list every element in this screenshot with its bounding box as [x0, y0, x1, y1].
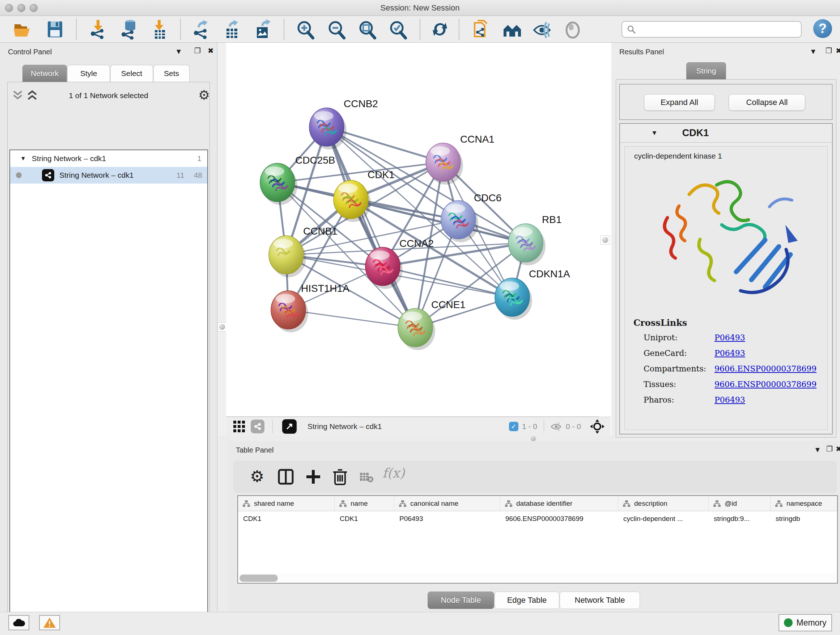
memory-button[interactable]: Memory [778, 614, 832, 631]
table-cell[interactable]: stringdb:9... [709, 511, 771, 526]
import-network-database-icon[interactable] [119, 19, 140, 40]
results-panel: Results Panel ▼ ❐ ✖ String Expand All Co… [611, 43, 840, 441]
network-edge[interactable] [327, 127, 415, 328]
gene-section: ▼ CDK1 cyclin-dependent kinase 1 [619, 123, 833, 434]
column-header[interactable]: description [618, 496, 709, 511]
column-header[interactable]: canonical name [394, 496, 500, 511]
left-splitter[interactable] [218, 43, 226, 436]
tab-node-table[interactable]: Node Table [428, 592, 494, 609]
results-panel-float-icon[interactable]: ❐ [826, 47, 832, 54]
tab-network-table[interactable]: Network Table [560, 592, 640, 609]
tab-sets[interactable]: Sets [153, 65, 189, 82]
delete-column-icon[interactable] [332, 468, 348, 486]
toolbar-divider [420, 19, 420, 40]
export-network-icon[interactable] [191, 19, 211, 40]
expand-all-icon[interactable] [26, 90, 38, 101]
zoom-fit-icon[interactable] [357, 19, 377, 40]
table-hscrollbar-thumb[interactable] [240, 575, 278, 582]
network-options-gear-icon[interactable]: ⚙ [198, 88, 210, 103]
fit-selected-crosshair-icon[interactable] [590, 419, 605, 434]
tab-select[interactable]: Select [111, 65, 153, 82]
help-icon[interactable]: ? [813, 19, 832, 38]
results-panel-menu-icon[interactable]: ▼ [810, 48, 817, 55]
gene-description: cyclin-dependent kinase 1 [634, 152, 827, 160]
results-panel-title: Results Panel [619, 48, 664, 56]
network-view-type-icon[interactable] [251, 420, 264, 433]
show-columns-icon[interactable] [278, 469, 294, 485]
table-cell[interactable]: stringdb [771, 511, 838, 526]
table-row[interactable]: CDK1CDK1P064939606.ENSP00000378699cyclin… [238, 511, 837, 526]
table-panel-close-icon[interactable]: ✖ [836, 445, 840, 453]
table-hscrollbar[interactable] [238, 573, 837, 583]
export-table-icon[interactable] [221, 19, 242, 40]
network-type-icon [42, 169, 54, 181]
crosslink-link[interactable]: P06493 [714, 348, 745, 358]
right-splitter-grip[interactable] [600, 235, 610, 245]
grid-view-icon[interactable] [233, 420, 246, 433]
import-table-file-icon[interactable] [149, 19, 169, 40]
cloud-status-button[interactable] [8, 615, 29, 630]
column-header[interactable]: name [335, 496, 394, 511]
column-header[interactable]: shared name [238, 496, 335, 511]
table-cell[interactable]: CDK1 [238, 511, 335, 526]
toolbar-divider [284, 19, 284, 40]
left-splitter-grip[interactable] [218, 322, 227, 332]
import-network-file-icon[interactable] [88, 19, 108, 40]
crosslink-link[interactable]: 9606.ENSP00000378699 [714, 380, 816, 389]
selected-checkbox-icon[interactable]: ✓ [509, 422, 518, 431]
zoom-selected-icon[interactable] [387, 19, 408, 40]
table-cell[interactable]: P06493 [394, 511, 500, 526]
results-panel-close-icon[interactable]: ✖ [836, 47, 840, 54]
table-cell[interactable]: 9606.ENSP00000378699 [500, 511, 618, 526]
tab-network[interactable]: Network [22, 65, 67, 82]
network-row[interactable]: String Network – cdk1 11 48 [10, 167, 207, 184]
crosslink-link[interactable]: P06493 [714, 395, 745, 404]
zoom-out-icon[interactable] [326, 19, 346, 40]
show-hidden-icon[interactable] [562, 19, 583, 40]
hide-selected-icon[interactable] [532, 19, 552, 40]
apply-layout-icon[interactable] [430, 19, 450, 40]
column-header[interactable]: database identifier [500, 496, 618, 511]
toolbar-divider [459, 19, 459, 40]
node-label: HIST1H1A [301, 283, 349, 294]
function-builder-icon[interactable]: f(x) [382, 466, 405, 480]
table-cell[interactable]: cyclin-dependent ... [618, 511, 709, 526]
column-header[interactable]: @id [709, 496, 771, 511]
create-column-icon[interactable] [305, 469, 322, 485]
gene-section-header[interactable]: ▼ CDK1 [620, 124, 832, 143]
table-panel-float-icon[interactable]: ❐ [826, 445, 833, 453]
memory-status-dot [784, 618, 793, 627]
right-splitter[interactable] [599, 43, 611, 436]
gene-expander-icon[interactable]: ▼ [651, 129, 658, 137]
table-cell[interactable]: CDK1 [335, 511, 394, 526]
crosslink-link[interactable]: 9606.ENSP00000378699 [714, 364, 816, 373]
tab-string[interactable]: String [686, 62, 726, 80]
table-panel-menu-icon[interactable]: ▼ [814, 446, 821, 453]
search-input[interactable] [636, 25, 801, 34]
open-session-icon[interactable] [12, 19, 33, 40]
crosslink-link[interactable]: P06493 [714, 333, 745, 342]
show-all-panels-icon[interactable] [502, 19, 523, 40]
column-header[interactable]: namespace [771, 496, 838, 511]
control-panel-float-icon[interactable]: ❐ [194, 47, 201, 54]
collapse-all-button[interactable]: Collapse All [729, 94, 805, 111]
tab-edge-table[interactable]: Edge Table [494, 592, 559, 609]
network-label: String Network – cdk1 [59, 171, 134, 180]
export-image-icon[interactable] [253, 19, 273, 40]
tab-style[interactable]: Style [67, 65, 110, 82]
clone-network-icon[interactable] [471, 19, 491, 40]
collection-expander-icon[interactable]: ▼ [20, 155, 26, 162]
control-panel-menu-icon[interactable]: ▼ [175, 48, 182, 55]
network-collection-row[interactable]: ▼ String Network – cdk1 1 [10, 150, 207, 167]
expand-all-button[interactable]: Expand All [644, 94, 715, 111]
collapse-all-icon[interactable] [11, 90, 24, 101]
birds-eye-view-icon[interactable]: ↗ [282, 419, 297, 434]
network-graph[interactable]: CCNB2CCNA1CDC25BCDK1CDC6RB1CCNB1CCNA2CDK… [226, 43, 611, 417]
save-session-icon[interactable] [45, 19, 65, 40]
warning-status-button[interactable] [39, 615, 60, 630]
delete-table-icon[interactable] [359, 471, 374, 483]
zoom-in-icon[interactable] [295, 19, 315, 40]
table-options-gear-icon[interactable]: ⚙ [250, 467, 264, 486]
control-panel-close-icon[interactable]: ✖ [208, 47, 214, 54]
table-panel-title: Table Panel [236, 446, 274, 454]
